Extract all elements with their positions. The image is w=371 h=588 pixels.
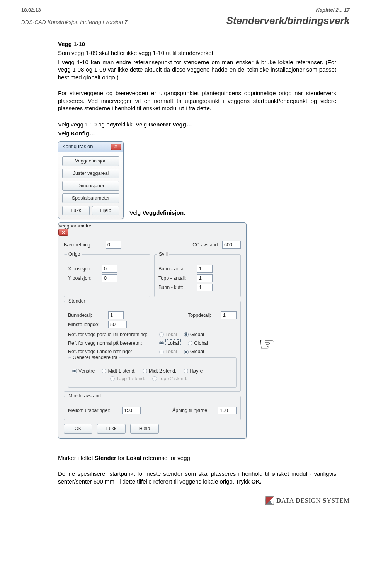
- fieldset-legend: Origo: [67, 251, 82, 257]
- chapter-ref: Kapittel 2... 17: [316, 7, 350, 14]
- paragraph: Denne spesifiserer startpunkt for neste …: [58, 470, 336, 485]
- toppdetalj-input[interactable]: 1: [221, 311, 237, 319]
- ok-button[interactable]: OK: [64, 424, 92, 434]
- ref3-global-radio[interactable]: Global: [184, 349, 204, 355]
- veggparametre-dialog: Veggparametre ✕ Bæreretning: 0 CC avstan…: [58, 222, 247, 439]
- bunndetalj-input[interactable]: 1: [108, 311, 124, 319]
- paragraph: Marker i feltet Stender for Lokal refera…: [58, 454, 336, 462]
- label: Mellom utsparinger:: [68, 407, 122, 414]
- gen-midt2-radio[interactable]: Midt 2 stend.: [143, 368, 177, 374]
- label: Bæreretning:: [64, 242, 106, 248]
- pointing-hand-icon: ☞: [259, 333, 275, 356]
- label: Bunn - antall:: [158, 266, 197, 272]
- gen-topp1-radio: Topp 1 stend.: [110, 376, 145, 382]
- paragraph: Velg Konfig…: [58, 130, 336, 137]
- x-input[interactable]: 0: [102, 265, 117, 273]
- label: CC avstand:: [186, 242, 222, 248]
- label: Toppdetalj:: [188, 312, 221, 318]
- fieldset-legend: Stender: [67, 298, 87, 304]
- label: X posisjon:: [68, 266, 102, 272]
- ref1-global-radio[interactable]: Global: [184, 332, 204, 338]
- chapter-title: Stenderverk/bindingsverk: [226, 14, 350, 27]
- label: Y posisjon:: [68, 275, 102, 281]
- paragraph: Velg vegg 1-10 og høyreklikk. Velg Gener…: [58, 121, 336, 128]
- dialog-titlebar: Konfigurasjon ✕: [58, 142, 123, 152]
- fieldset-legend: Svill: [157, 251, 169, 257]
- logo-text: DATA DESIGN SYSTEM: [276, 496, 350, 505]
- fieldset-legend: Generer stendere fra: [71, 354, 119, 361]
- spesialparameter-button[interactable]: Spesialparameter: [62, 193, 119, 203]
- dialog-title: Veggparametre: [58, 223, 91, 229]
- gen-venstre-radio[interactable]: Venstre: [72, 368, 95, 374]
- label: Bunn - kutt:: [158, 284, 197, 291]
- ref2-global-radio[interactable]: Global: [188, 340, 208, 346]
- label: Bunndetalj:: [68, 312, 108, 318]
- dimensjoner-button[interactable]: Dimensjoner: [62, 181, 119, 191]
- ref1-lokal-radio: Lokal: [159, 332, 177, 338]
- gen-midt1-radio[interactable]: Midt 1 stend.: [102, 368, 136, 374]
- cc-avstand-input[interactable]: 600: [222, 241, 241, 249]
- dialog-titlebar: Veggparametre ✕: [58, 223, 246, 236]
- dialog-title: Konfigurasjon: [62, 144, 93, 150]
- bunn-antall-input[interactable]: 1: [197, 265, 213, 273]
- hjelp-button[interactable]: Hjelp: [130, 424, 159, 434]
- paragraph: Som vegg 1-09 skal heller ikke vegg 1-10…: [58, 49, 336, 57]
- gen-hoyre-radio[interactable]: Høyre: [184, 368, 203, 374]
- ref3-lokal-radio: Lokal: [159, 349, 177, 355]
- lukk-button[interactable]: Lukk: [62, 206, 90, 215]
- apning-hjorne-input[interactable]: 150: [218, 407, 237, 414]
- divider: [21, 29, 350, 29]
- label: Ref. for vegg normal på bæreretn.:: [68, 340, 159, 346]
- bareretning-input[interactable]: 0: [106, 241, 121, 249]
- paragraph: I vegg 1-10 kan man endre referansepunkt…: [58, 58, 336, 81]
- divider: [21, 493, 350, 493]
- paragraph: For ytterveggene og bæreveggen er utgang…: [58, 89, 336, 112]
- veggdefinisjon-button[interactable]: Veggdefinisjon: [62, 156, 119, 166]
- gen-topp2-radio: Topp 2 stend.: [152, 376, 187, 382]
- doc-name: DDS-CAD Konstruksjon innføring i versjon…: [21, 19, 128, 26]
- topp-antall-input[interactable]: 1: [197, 274, 213, 282]
- label: Åpning til hjørne:: [172, 407, 218, 414]
- minste-lengde-input[interactable]: 50: [108, 321, 127, 328]
- bunn-kutt-input[interactable]: 1: [197, 284, 213, 291]
- ref2-lokal-radio[interactable]: Lokal: [159, 339, 181, 347]
- juster-veggareal-button[interactable]: Juster veggareal: [62, 169, 119, 178]
- label: Minste lengde:: [68, 321, 108, 328]
- lukk-button[interactable]: Lukk: [97, 424, 126, 434]
- caption: Velg Veggdefinisjon.: [129, 209, 336, 217]
- config-dialog: Konfigurasjon ✕ Veggdefinisjon Juster ve…: [58, 141, 124, 219]
- fieldset-legend: Minste avstand: [67, 393, 102, 399]
- hjelp-button[interactable]: Hjelp: [92, 206, 119, 215]
- mellom-utsparinger-input[interactable]: 150: [122, 407, 141, 414]
- label: Ref. for vegg parallell til bæreretning:: [68, 332, 159, 338]
- section-heading: Vegg 1-10: [58, 40, 336, 48]
- label: Topp - antall:: [158, 275, 197, 281]
- close-icon[interactable]: ✕: [58, 229, 68, 236]
- logo-icon: [265, 496, 274, 505]
- close-icon[interactable]: ✕: [111, 144, 121, 150]
- footer: DATA DESIGN SYSTEM: [21, 496, 350, 505]
- y-input[interactable]: 0: [102, 274, 117, 282]
- date-text: 18.02.13: [21, 7, 41, 14]
